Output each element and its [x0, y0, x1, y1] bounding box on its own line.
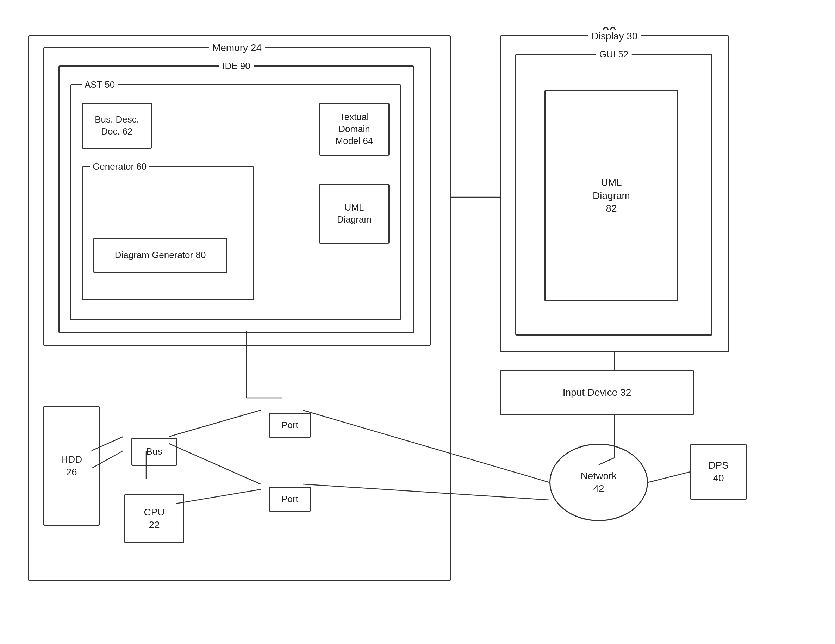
gui-box: GUI 52 UMLDiagram82 [515, 54, 712, 336]
bus-label: Bus [146, 446, 162, 458]
gui-label: GUI 52 [596, 49, 632, 60]
diagram-gen-label: Diagram Generator 80 [115, 249, 206, 261]
bus-box: Bus [132, 438, 177, 466]
port2-label: Port [281, 493, 298, 505]
uml-diagram-82-label: UMLDiagram82 [593, 177, 630, 215]
generator-box: Generator 60 Diagram Generator 80 [82, 166, 254, 300]
display-label: Display 30 [588, 30, 641, 42]
network-label: Network42 [581, 470, 617, 495]
bus-desc-label: Bus. Desc.Doc. 62 [95, 114, 139, 138]
cpu-box: CPU22 [124, 494, 184, 543]
ide-label: IDE 90 [219, 60, 254, 72]
dps-box: DPS40 [690, 444, 747, 500]
generator-label: Generator 60 [90, 161, 149, 173]
uml-diagram-ast-label: UMLDiagram [337, 202, 372, 226]
port1-box: Port [269, 413, 311, 438]
ast-label: AST 50 [82, 79, 118, 91]
uml-diagram-ast-box: UMLDiagram [319, 184, 390, 244]
ast-box: AST 50 Bus. Desc.Doc. 62 TextualDomainMo… [70, 84, 401, 320]
input-device-label: Input Device 32 [563, 386, 632, 399]
ide-box: IDE 90 AST 50 Bus. Desc.Doc. 62 TextualD… [58, 65, 414, 333]
hdd-box: HDD26 [43, 406, 100, 526]
memory-box: Memory 24 IDE 90 AST 50 Bus. Desc.Doc. 6… [43, 47, 431, 346]
diagram-gen-box: Diagram Generator 80 [93, 238, 227, 273]
main-system-box: Memory 24 IDE 90 AST 50 Bus. Desc.Doc. 6… [28, 35, 451, 581]
bus-desc-box: Bus. Desc.Doc. 62 [82, 103, 152, 149]
port1-label: Port [281, 419, 298, 431]
textual-domain-box: TextualDomainModel 64 [319, 103, 390, 156]
dps-label: DPS40 [708, 459, 729, 485]
port2-box: Port [269, 487, 311, 512]
svg-line-11 [648, 472, 690, 482]
cpu-label: CPU22 [144, 506, 164, 532]
input-device-box: Input Device 32 [500, 370, 694, 415]
network-ellipse: Network42 [549, 444, 648, 521]
textual-domain-label: TextualDomainModel 64 [336, 111, 373, 147]
hdd-label: HDD26 [61, 453, 83, 479]
memory-label: Memory 24 [209, 42, 265, 54]
uml-diagram-82-box: UMLDiagram82 [544, 90, 678, 302]
display-box: Display 30 GUI 52 UMLDiagram82 [500, 35, 729, 352]
